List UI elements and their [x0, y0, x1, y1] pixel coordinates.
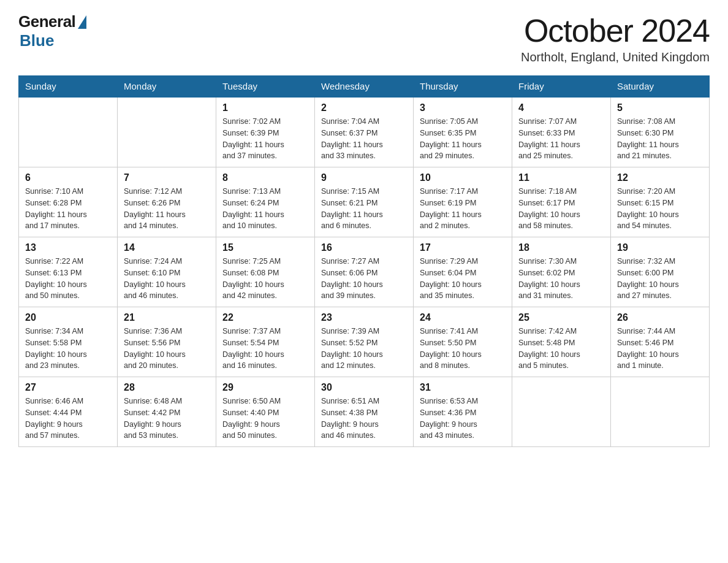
day-info: Sunrise: 7:13 AM Sunset: 6:24 PM Dayligh…	[222, 186, 308, 232]
day-cell: 14Sunrise: 7:24 AM Sunset: 6:10 PM Dayli…	[118, 237, 216, 307]
week-row-5: 27Sunrise: 6:46 AM Sunset: 4:44 PM Dayli…	[19, 377, 710, 447]
day-number: 4	[518, 102, 604, 113]
weekday-header-sunday: Sunday	[19, 76, 118, 98]
day-cell: 28Sunrise: 6:48 AM Sunset: 4:42 PM Dayli…	[118, 377, 216, 447]
day-cell: 19Sunrise: 7:32 AM Sunset: 6:00 PM Dayli…	[611, 237, 710, 307]
day-number: 2	[321, 102, 407, 113]
day-number: 13	[25, 242, 111, 253]
day-info: Sunrise: 7:12 AM Sunset: 6:26 PM Dayligh…	[124, 186, 210, 232]
day-cell: 25Sunrise: 7:42 AM Sunset: 5:48 PM Dayli…	[512, 307, 611, 377]
day-number: 20	[25, 312, 111, 323]
day-info: Sunrise: 7:41 AM Sunset: 5:50 PM Dayligh…	[420, 326, 506, 372]
day-info: Sunrise: 7:02 AM Sunset: 6:39 PM Dayligh…	[222, 116, 308, 162]
day-number: 8	[222, 172, 308, 183]
day-cell: 27Sunrise: 6:46 AM Sunset: 4:44 PM Dayli…	[19, 377, 118, 447]
title-area: October 2024 Northolt, England, United K…	[521, 12, 710, 64]
day-cell: 11Sunrise: 7:18 AM Sunset: 6:17 PM Dayli…	[512, 167, 611, 237]
weekday-header-thursday: Thursday	[414, 76, 512, 98]
week-row-3: 13Sunrise: 7:22 AM Sunset: 6:13 PM Dayli…	[19, 237, 710, 307]
day-cell: 9Sunrise: 7:15 AM Sunset: 6:21 PM Daylig…	[315, 167, 414, 237]
day-info: Sunrise: 7:42 AM Sunset: 5:48 PM Dayligh…	[518, 326, 604, 372]
day-info: Sunrise: 7:18 AM Sunset: 6:17 PM Dayligh…	[518, 186, 604, 232]
day-info: Sunrise: 7:34 AM Sunset: 5:58 PM Dayligh…	[25, 326, 111, 372]
calendar-table: SundayMondayTuesdayWednesdayThursdayFrid…	[18, 75, 710, 447]
day-number: 29	[222, 382, 308, 393]
logo: General Blue	[18, 12, 86, 50]
day-info: Sunrise: 6:51 AM Sunset: 4:38 PM Dayligh…	[321, 396, 407, 442]
day-info: Sunrise: 7:37 AM Sunset: 5:54 PM Dayligh…	[222, 326, 308, 372]
week-row-4: 20Sunrise: 7:34 AM Sunset: 5:58 PM Dayli…	[19, 307, 710, 377]
weekday-header-monday: Monday	[118, 76, 216, 98]
day-number: 25	[518, 312, 604, 323]
calendar-title: October 2024	[521, 12, 710, 49]
day-cell	[611, 377, 710, 447]
day-cell: 5Sunrise: 7:08 AM Sunset: 6:30 PM Daylig…	[611, 97, 710, 167]
day-info: Sunrise: 7:15 AM Sunset: 6:21 PM Dayligh…	[321, 186, 407, 232]
day-info: Sunrise: 7:05 AM Sunset: 6:35 PM Dayligh…	[420, 116, 506, 162]
day-cell: 21Sunrise: 7:36 AM Sunset: 5:56 PM Dayli…	[118, 307, 216, 377]
day-cell: 17Sunrise: 7:29 AM Sunset: 6:04 PM Dayli…	[414, 237, 512, 307]
day-info: Sunrise: 7:20 AM Sunset: 6:15 PM Dayligh…	[617, 186, 703, 232]
logo-blue-text: Blue	[20, 31, 54, 50]
day-info: Sunrise: 6:48 AM Sunset: 4:42 PM Dayligh…	[124, 396, 210, 442]
day-info: Sunrise: 6:50 AM Sunset: 4:40 PM Dayligh…	[222, 396, 308, 442]
day-number: 15	[222, 242, 308, 253]
day-info: Sunrise: 7:25 AM Sunset: 6:08 PM Dayligh…	[222, 256, 308, 302]
day-cell: 18Sunrise: 7:30 AM Sunset: 6:02 PM Dayli…	[512, 237, 611, 307]
day-number: 11	[518, 172, 604, 183]
day-info: Sunrise: 7:27 AM Sunset: 6:06 PM Dayligh…	[321, 256, 407, 302]
day-cell: 15Sunrise: 7:25 AM Sunset: 6:08 PM Dayli…	[216, 237, 315, 307]
day-cell: 7Sunrise: 7:12 AM Sunset: 6:26 PM Daylig…	[118, 167, 216, 237]
day-number: 12	[617, 172, 703, 183]
day-cell	[19, 97, 118, 167]
day-cell: 3Sunrise: 7:05 AM Sunset: 6:35 PM Daylig…	[414, 97, 512, 167]
week-row-1: 1Sunrise: 7:02 AM Sunset: 6:39 PM Daylig…	[19, 97, 710, 167]
day-number: 19	[617, 242, 703, 253]
day-cell: 31Sunrise: 6:53 AM Sunset: 4:36 PM Dayli…	[414, 377, 512, 447]
day-number: 18	[518, 242, 604, 253]
day-number: 26	[617, 312, 703, 323]
day-number: 28	[124, 382, 210, 393]
calendar-subtitle: Northolt, England, United Kingdom	[521, 50, 710, 64]
day-info: Sunrise: 7:17 AM Sunset: 6:19 PM Dayligh…	[420, 186, 506, 232]
day-info: Sunrise: 7:39 AM Sunset: 5:52 PM Dayligh…	[321, 326, 407, 372]
day-number: 27	[25, 382, 111, 393]
day-cell: 26Sunrise: 7:44 AM Sunset: 5:46 PM Dayli…	[611, 307, 710, 377]
week-row-2: 6Sunrise: 7:10 AM Sunset: 6:28 PM Daylig…	[19, 167, 710, 237]
day-cell: 24Sunrise: 7:41 AM Sunset: 5:50 PM Dayli…	[414, 307, 512, 377]
day-cell	[512, 377, 611, 447]
day-number: 22	[222, 312, 308, 323]
weekday-header-wednesday: Wednesday	[315, 76, 414, 98]
day-number: 7	[124, 172, 210, 183]
day-cell: 30Sunrise: 6:51 AM Sunset: 4:38 PM Dayli…	[315, 377, 414, 447]
day-cell: 10Sunrise: 7:17 AM Sunset: 6:19 PM Dayli…	[414, 167, 512, 237]
day-number: 23	[321, 312, 407, 323]
day-info: Sunrise: 7:07 AM Sunset: 6:33 PM Dayligh…	[518, 116, 604, 162]
day-number: 16	[321, 242, 407, 253]
day-number: 10	[420, 172, 506, 183]
day-cell: 4Sunrise: 7:07 AM Sunset: 6:33 PM Daylig…	[512, 97, 611, 167]
day-info: Sunrise: 7:32 AM Sunset: 6:00 PM Dayligh…	[617, 256, 703, 302]
day-cell: 29Sunrise: 6:50 AM Sunset: 4:40 PM Dayli…	[216, 377, 315, 447]
day-number: 30	[321, 382, 407, 393]
weekday-header-tuesday: Tuesday	[216, 76, 315, 98]
day-info: Sunrise: 7:04 AM Sunset: 6:37 PM Dayligh…	[321, 116, 407, 162]
day-number: 21	[124, 312, 210, 323]
day-number: 24	[420, 312, 506, 323]
logo-general-text: General	[18, 12, 75, 31]
day-cell: 23Sunrise: 7:39 AM Sunset: 5:52 PM Dayli…	[315, 307, 414, 377]
day-number: 5	[617, 102, 703, 113]
day-info: Sunrise: 7:10 AM Sunset: 6:28 PM Dayligh…	[25, 186, 111, 232]
day-info: Sunrise: 6:46 AM Sunset: 4:44 PM Dayligh…	[25, 396, 111, 442]
day-cell: 13Sunrise: 7:22 AM Sunset: 6:13 PM Dayli…	[19, 237, 118, 307]
day-info: Sunrise: 7:29 AM Sunset: 6:04 PM Dayligh…	[420, 256, 506, 302]
day-cell: 16Sunrise: 7:27 AM Sunset: 6:06 PM Dayli…	[315, 237, 414, 307]
day-cell: 1Sunrise: 7:02 AM Sunset: 6:39 PM Daylig…	[216, 97, 315, 167]
day-cell: 6Sunrise: 7:10 AM Sunset: 6:28 PM Daylig…	[19, 167, 118, 237]
weekday-header-row: SundayMondayTuesdayWednesdayThursdayFrid…	[19, 76, 710, 98]
day-cell: 12Sunrise: 7:20 AM Sunset: 6:15 PM Dayli…	[611, 167, 710, 237]
day-info: Sunrise: 6:53 AM Sunset: 4:36 PM Dayligh…	[420, 396, 506, 442]
day-info: Sunrise: 7:44 AM Sunset: 5:46 PM Dayligh…	[617, 326, 703, 372]
weekday-header-friday: Friday	[512, 76, 611, 98]
day-cell: 22Sunrise: 7:37 AM Sunset: 5:54 PM Dayli…	[216, 307, 315, 377]
